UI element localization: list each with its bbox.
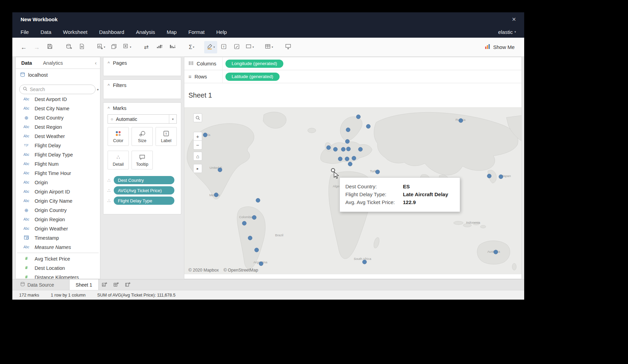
undo-button[interactable]: ← [17, 41, 30, 53]
map-mark-point[interactable] [346, 147, 351, 151]
sort-descending-button[interactable] [166, 41, 179, 53]
field-flight-delay-type[interactable]: AbcFlight Delay Type [16, 150, 100, 159]
field-flight-delay[interactable]: T|FFlight Delay [16, 141, 100, 150]
map-mark-point[interactable] [255, 248, 259, 252]
close-icon[interactable]: × [512, 16, 516, 23]
mapbox-attribution[interactable]: © 2020 Mapbox [188, 268, 219, 273]
fit-selector-button[interactable]: ▾ [243, 41, 256, 53]
map-mark-point[interactable] [358, 147, 363, 152]
map-mark-point[interactable] [356, 115, 361, 119]
map-mark-point[interactable] [346, 128, 350, 132]
field-dest-weather[interactable]: AbcDest Weather [16, 131, 100, 141]
marks-pill-avg-avg-ticket-price-[interactable]: AVG(Avg Ticket Price) [114, 186, 174, 194]
field-measure-names[interactable]: AbcMeasure Names [16, 242, 100, 252]
map-mark-point[interactable] [362, 260, 367, 264]
show-me-button[interactable]: Show Me [485, 44, 519, 50]
rows-pill-latitude[interactable]: Latitude (generated) [225, 73, 280, 81]
search-box[interactable] [19, 85, 96, 94]
field-distance-kilometers[interactable]: #Distance Kilometers [16, 273, 100, 279]
connection-row[interactable]: localhost [16, 69, 100, 81]
columns-pill-longitude[interactable]: Longitude (generated) [225, 60, 283, 68]
new-story-tab-button[interactable] [122, 279, 134, 290]
collapse-card-icon[interactable]: ^ [108, 61, 110, 65]
map-mark-point[interactable] [327, 146, 331, 150]
map-mark-point[interactable] [494, 250, 498, 254]
field-origin-airport-id[interactable]: AbcOrigin Airport ID [16, 187, 100, 196]
map-mark-point[interactable] [256, 198, 260, 203]
menu-item-file[interactable]: File [21, 29, 29, 35]
menu-item-format[interactable]: Format [188, 29, 205, 35]
marks-pill-dest-country[interactable]: Dest Country [114, 176, 174, 184]
field-origin[interactable]: AbcOrigin [16, 178, 100, 187]
field-origin-region[interactable]: AbcOrigin Region [16, 215, 100, 224]
swap-rows-columns-button[interactable]: ⇄ [140, 41, 153, 53]
field-origin-weather[interactable]: AbcOrigin Weather [16, 224, 100, 233]
tab-sheet-1[interactable]: Sheet 1 [69, 279, 99, 290]
map-mark-point[interactable] [499, 175, 503, 179]
menu-item-data[interactable]: Data [40, 29, 51, 35]
osm-attribution[interactable]: © OpenStreetMap [223, 268, 258, 273]
tab-data[interactable]: Data [16, 57, 37, 68]
map-mark-point[interactable] [487, 174, 492, 178]
save-button[interactable] [43, 41, 56, 53]
map-mark-point[interactable] [352, 156, 356, 161]
map-mark-point[interactable] [459, 118, 463, 123]
menu-item-dashboard[interactable]: Dashboard [99, 29, 124, 35]
map-mark-point[interactable] [248, 236, 253, 240]
cell-size-button[interactable]: ▾ [262, 41, 275, 53]
collapse-card-icon[interactable]: ^ [108, 106, 110, 110]
clear-sheet-button[interactable]: ▾ [121, 41, 134, 53]
field-timestamp[interactable]: Timestamp [16, 233, 100, 242]
marks-tooltip-button[interactable]: Tooltip [132, 151, 153, 170]
collapse-pane-icon[interactable]: ‹ [91, 60, 100, 66]
field-flight-time-hour[interactable]: AbcFlight Time Hour [16, 168, 100, 178]
field-dest-city-name[interactable]: AbcDest City Name [16, 104, 100, 113]
new-worksheet-button[interactable]: ▾ [95, 41, 108, 53]
menu-item-help[interactable]: Help [216, 29, 227, 35]
mark-type-dropdown[interactable]: ○ Automatic ▾ [108, 114, 177, 124]
marks-detail-button[interactable]: ∴Detail [108, 151, 129, 170]
new-dashboard-tab-button[interactable] [110, 279, 122, 290]
format-button[interactable] [230, 41, 243, 53]
marks-label-button[interactable]: TLabel [156, 127, 177, 146]
map-mark-point[interactable] [259, 262, 263, 266]
map-mark-point[interactable] [252, 215, 257, 220]
map-canvas[interactable]: laUnited SMexicoColombiaBrazilArgentinaA… [184, 107, 521, 274]
map-mark-point[interactable] [348, 162, 353, 166]
zoom-in-button[interactable]: + [193, 132, 202, 141]
field-avg-ticket-price[interactable]: #Avg Ticket Price [16, 254, 100, 263]
totals-button[interactable]: Σ▾ [185, 41, 198, 53]
pan-controls-button[interactable]: ▸ [193, 164, 202, 173]
map-mark-point[interactable] [341, 147, 346, 152]
zoom-out-button[interactable]: − [193, 141, 202, 150]
map-mark-point[interactable] [366, 124, 371, 129]
new-data-source-button[interactable] [62, 41, 75, 53]
zoom-home-button[interactable]: ⌂ [193, 152, 202, 161]
field-origin-country[interactable]: ⊕Origin Country [16, 205, 100, 215]
map-mark-point[interactable] [242, 221, 247, 226]
menu-item-analysis[interactable]: Analysis [136, 29, 155, 35]
pause-auto-updates-button[interactable] [75, 41, 88, 53]
marks-color-button[interactable]: Color [108, 127, 129, 146]
map-mark-point[interactable] [333, 147, 338, 152]
search-input[interactable] [30, 87, 92, 92]
map-mark-point[interactable] [345, 139, 350, 144]
field-flight-num[interactable]: AbcFlight Num [16, 159, 100, 168]
columns-shelf[interactable]: Columns Longitude (generated) [184, 57, 521, 70]
sort-ascending-button[interactable] [153, 41, 166, 53]
map-mark-point[interactable] [214, 193, 219, 197]
duplicate-sheet-button[interactable] [108, 41, 121, 53]
map-mark-point[interactable] [375, 170, 380, 174]
pages-card[interactable]: ^Pages [103, 57, 181, 76]
map-search-button[interactable] [193, 113, 202, 122]
menu-item-map[interactable]: Map [167, 29, 177, 35]
show-mark-labels-button[interactable]: T [217, 41, 230, 53]
field-dest-country[interactable]: ⊕Dest Country [16, 113, 100, 122]
map-mark-point[interactable] [345, 157, 349, 161]
rows-shelf[interactable]: ≡ Rows Latitude (generated) [184, 70, 521, 83]
tab-analytics[interactable]: Analytics [37, 57, 68, 68]
tab-data-source[interactable]: Data Source [15, 279, 59, 290]
map-mark-point[interactable] [338, 157, 343, 161]
menu-item-worksheet[interactable]: Worksheet [63, 29, 87, 35]
field-origin-city-name[interactable]: AbcOrigin City Name [16, 196, 100, 205]
